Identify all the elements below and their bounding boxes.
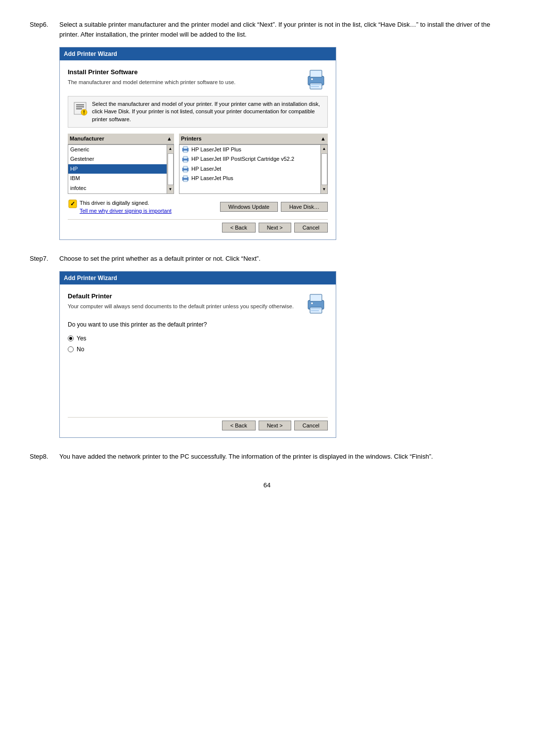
signing-icon: ✓ [68, 199, 78, 209]
step7-text: Choose to set the print whether as a def… [59, 254, 504, 438]
radio-no-circle[interactable] [68, 346, 74, 352]
svg-rect-4 [311, 84, 321, 85]
wizard1-cancel-button[interactable]: Cancel [294, 223, 328, 233]
wizard2-back-button[interactable]: < Back [222, 421, 256, 430]
radio-no-label: No [77, 345, 84, 354]
wizard2-container: Add Printer Wizard Default Printer Your … [59, 271, 336, 438]
svg-rect-9 [76, 108, 82, 109]
printers-list[interactable]: HP LaserJet IIP Plus HP LaserJet IIP Pos… [179, 144, 328, 194]
manufacturer-scroll-up[interactable]: ▲ [168, 145, 174, 153]
svg-rect-22 [183, 176, 187, 178]
wizard1-printer-icon [304, 67, 328, 91]
printer-item-2[interactable]: HP LaserJet IIP PostScript Cartridge v52… [179, 154, 320, 164]
svg-rect-31 [311, 310, 319, 311]
wizard1-next-button[interactable]: Next > [259, 223, 291, 233]
printers-scroll-down[interactable]: ▼ [321, 186, 327, 193]
svg-rect-5 [311, 86, 319, 87]
svg-rect-14 [183, 150, 187, 152]
step6-block: Step6. Select a suitable printer manufac… [30, 20, 504, 240]
wizard1-lists: Manufacturer ▲ Generic Gestetner HP IBM … [68, 134, 328, 193]
wizard1-container: Add Printer Wizard Install Printer Softw… [59, 47, 336, 240]
printer-item-1[interactable]: HP LaserJet IIP Plus [179, 145, 320, 155]
radio-no-item[interactable]: No [68, 345, 328, 354]
manufacturer-scrollbar[interactable]: ▲ ▼ [167, 145, 174, 193]
wizard2-header-title: Default Printer [68, 291, 294, 301]
printer-item-4[interactable]: HP LaserJet Plus [179, 174, 320, 184]
step8-text: You have added the network printer to th… [59, 452, 504, 462]
wizard1-footer-row: ✓ This driver is digitally signed. Tell … [68, 199, 328, 215]
svg-rect-30 [311, 308, 321, 309]
svg-rect-16 [183, 156, 187, 159]
svg-rect-1 [310, 70, 322, 77]
manufacturer-item-ibm[interactable]: IBM [68, 174, 167, 184]
step8-label: Step8. [30, 452, 59, 460]
wizard2-header-subtitle: Your computer will always send documents… [68, 302, 294, 311]
wizard1-header-text: Install Printer Software The manufacture… [68, 67, 235, 86]
radio-yes-item[interactable]: Yes [68, 334, 328, 343]
printer-item-3[interactable]: HP LaserJet [179, 164, 320, 174]
svg-rect-13 [183, 146, 187, 149]
page-number: 64 [30, 481, 504, 489]
wizard2-header: Default Printer Your computer will alway… [68, 291, 328, 315]
wizard1-header-subtitle: The manufacturer and model determine whi… [68, 78, 235, 87]
manufacturer-list-inner: Generic Gestetner HP IBM infotec [68, 145, 167, 193]
manufacturer-section: Manufacturer ▲ Generic Gestetner HP IBM … [68, 134, 174, 193]
svg-rect-7 [76, 104, 84, 105]
step8-block: Step8. You have added the network printe… [30, 452, 504, 462]
signing-link[interactable]: Tell me why driver signing is important [80, 207, 172, 215]
wizard2-printer-icon [304, 291, 328, 315]
wizard1-info-box: ! Select the manufacturer and model of y… [68, 96, 328, 128]
signing-text-block: This driver is digitally signed. Tell me… [80, 199, 172, 215]
printer-icon-1 [181, 146, 189, 153]
wizard2-spacer [68, 358, 328, 417]
manufacturer-item-gestetner[interactable]: Gestetner [68, 154, 167, 164]
printer-icon-4 [181, 175, 189, 182]
printers-scroll-up[interactable]: ▲ [321, 145, 327, 153]
radio-yes-label: Yes [77, 334, 87, 343]
wizard1-header-title: Install Printer Software [68, 67, 235, 77]
manufacturer-item-generic[interactable]: Generic [68, 145, 167, 155]
printer-icon-3 [181, 166, 189, 173]
svg-rect-27 [310, 294, 322, 301]
wizard2-cancel-button[interactable]: Cancel [294, 421, 328, 430]
printers-scrollbar[interactable]: ▲ ▼ [320, 145, 327, 193]
wizard2-nav-buttons: < Back Next > Cancel [68, 417, 328, 430]
wizard2-header-text: Default Printer Your computer will alway… [68, 291, 294, 310]
wizard2-titlebar: Add Printer Wizard [60, 272, 336, 284]
signing-info: ✓ This driver is digitally signed. Tell … [68, 199, 172, 215]
manufacturer-list[interactable]: Generic Gestetner HP IBM infotec ▲ ▼ [68, 144, 174, 194]
wizard1-back-button[interactable]: < Back [222, 223, 256, 233]
manufacturer-item-hp[interactable]: HP [68, 164, 167, 174]
wizard1-info-text: Select the manufacturer and model of you… [92, 100, 323, 123]
wizard1-middle-buttons: Windows Update Have Disk… [220, 202, 328, 212]
svg-rect-17 [183, 160, 187, 162]
svg-rect-8 [76, 106, 84, 107]
svg-rect-20 [183, 170, 187, 172]
windows-update-button[interactable]: Windows Update [220, 202, 278, 212]
manufacturer-scroll-down[interactable]: ▼ [168, 186, 174, 193]
have-disk-button[interactable]: Have Disk… [281, 202, 328, 212]
printers-list-inner: HP LaserJet IIP Plus HP LaserJet IIP Pos… [179, 145, 320, 193]
svg-rect-29 [311, 302, 313, 304]
manufacturer-item-infotec[interactable]: infotec [68, 184, 167, 193]
radio-yes-circle[interactable] [68, 335, 74, 341]
wizard2-next-button[interactable]: Next > [259, 421, 291, 430]
step6-text: Select a suitable printer manufacturer a… [59, 20, 504, 240]
wizard2-radio-group: Yes No [68, 334, 328, 354]
wizard2-question: Do you want to use this printer as the d… [68, 320, 328, 329]
signing-text: This driver is digitally signed. [80, 199, 172, 207]
wizard1-header: Install Printer Software The manufacture… [68, 67, 328, 91]
wizard1-info-icon: ! [72, 100, 88, 116]
printers-section: Printers ▲ [179, 134, 328, 193]
manufacturer-header: Manufacturer ▲ [68, 134, 174, 144]
wizard1-nav-buttons: < Back Next > Cancel [68, 219, 328, 233]
svg-rect-19 [183, 166, 187, 169]
svg-text:✓: ✓ [70, 200, 75, 207]
svg-rect-23 [183, 180, 187, 182]
step7-label: Step7. [30, 254, 59, 262]
wizard1-body: Install Printer Software The manufacture… [60, 60, 336, 239]
svg-text:!: ! [83, 110, 85, 115]
svg-rect-3 [311, 78, 313, 80]
step6-label: Step6. [30, 20, 59, 28]
printers-header: Printers ▲ [179, 134, 328, 144]
